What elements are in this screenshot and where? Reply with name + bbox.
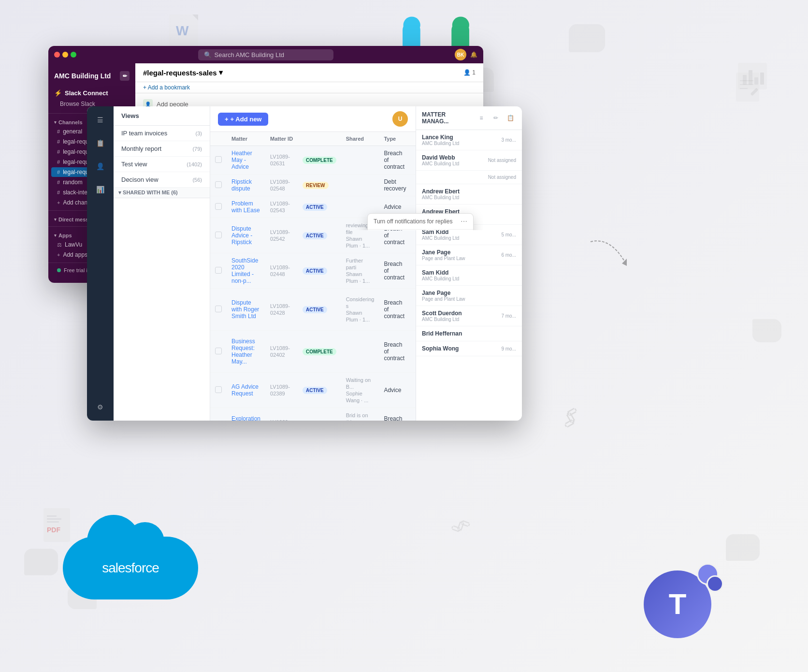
- lawvu-window: ☰ 📋 👤 📊 ⚙ Views IP team invoices (3) Mon…: [87, 106, 522, 421]
- contact-item[interactable]: Jane Page Page and Plant Law: [416, 286, 522, 306]
- deco-chat-right-2: [752, 319, 781, 342]
- salesforce-cloud: salesforce: [63, 537, 198, 614]
- th-assigned[interactable]: Assigned: [411, 132, 416, 146]
- user-avatar[interactable]: BK: [455, 49, 466, 60]
- contact-item[interactable]: Lance King AMC Building Ltd 3 mo...: [416, 130, 522, 150]
- maximize-button[interactable]: [71, 52, 76, 58]
- contact-item[interactable]: Andrew Ebert AMC Building Ltd: [416, 184, 522, 205]
- lawvu-user-avatar[interactable]: U: [392, 111, 408, 127]
- svg-rect-3: [47, 521, 59, 523]
- table-row[interactable]: Dispute with Roger Smith Ltd LV1089-0242…: [210, 289, 416, 331]
- edit-icon[interactable]: ✏: [120, 71, 130, 81]
- slack-connect-item[interactable]: ⚡ Slack Connect: [48, 87, 135, 100]
- th-shared[interactable]: Shared: [341, 132, 379, 146]
- contact-row: Brid Heffernan: [422, 330, 516, 337]
- contact-org: AMC Building Ltd: [422, 195, 460, 200]
- menu-mark-unread[interactable]: Mark unread U: [368, 230, 473, 230]
- add-label: + Add new: [231, 116, 262, 123]
- lawvu-nav-decision[interactable]: Decison view (56): [114, 172, 210, 188]
- workspace-header[interactable]: AMC Building Ltd ✏: [48, 67, 135, 85]
- title-bar: 🔍 Search AMC Building Ltd BK 🔔: [48, 46, 483, 63]
- lawvu-main: + + Add new U Matter Matter ID Shared Ty…: [210, 106, 416, 421]
- add-bookmark[interactable]: + Add a bookmark: [143, 84, 190, 91]
- table-row[interactable]: AG Advice Request LV1089-02389 ACTIVE Wa…: [210, 373, 416, 408]
- matter-name[interactable]: Business Request: Heather May...: [231, 338, 255, 365]
- matter-name[interactable]: Dispute Advice - Ripstick: [231, 225, 252, 246]
- row-checkbox[interactable]: [215, 267, 222, 274]
- table-row[interactable]: SouthSide 2020 Limited - non-p... LV1089…: [210, 253, 416, 289]
- matter-name[interactable]: Exploration license queried: [231, 415, 260, 421]
- bell-icon[interactable]: 🔔: [470, 51, 477, 58]
- matter-type: Breach of contract: [384, 415, 404, 421]
- contact-item[interactable]: Not assigned: [416, 171, 522, 184]
- contact-item[interactable]: Sam Kidd AMC Building Ltd: [416, 265, 522, 286]
- matter-name[interactable]: AG Advice Request: [231, 383, 259, 397]
- lawvu-sidebar-home[interactable]: ☰: [93, 112, 108, 128]
- th-matter[interactable]: Matter: [227, 132, 265, 146]
- panel-action-1[interactable]: ≡: [476, 112, 487, 124]
- contact-time: 3 mo...: [501, 137, 516, 143]
- contact-item[interactable]: Brid Heffernan: [416, 326, 522, 341]
- contact-name: Jane Page: [422, 290, 465, 296]
- add-new-button[interactable]: + + Add new: [218, 113, 268, 126]
- window-controls: [54, 52, 76, 58]
- row-checkbox[interactable]: [215, 386, 222, 393]
- dm-chevron: ▾: [54, 217, 57, 222]
- right-panel-header: MATTER MANAG... ≡ ✏ 📋: [416, 106, 522, 130]
- matter-type: Advice: [384, 204, 401, 210]
- contact-time: 7 mo...: [501, 313, 516, 319]
- table-row[interactable]: Ripstick dispute LV1089-02548 REVIEW Deb…: [210, 175, 416, 196]
- lawvu-table-container[interactable]: Matter Matter ID Shared Type Assigned He…: [210, 132, 416, 421]
- status-badge: COMPLETE: [303, 348, 336, 355]
- channel-name: random: [63, 179, 83, 186]
- status-badge: REVIEW: [303, 182, 328, 189]
- th-id[interactable]: Matter ID: [265, 132, 298, 146]
- table-row[interactable]: Business Request: Heather May... LV1089-…: [210, 331, 416, 373]
- context-menu: Turn off notifications for replies ⋯ Mar…: [367, 213, 474, 230]
- row-checkbox[interactable]: [215, 306, 222, 312]
- contact-org: AMC Building Ltd: [422, 235, 459, 241]
- contact-item[interactable]: Scott Duerdon AMC Building Ltd 7 mo...: [416, 306, 522, 326]
- matter-type: Breach of contract: [384, 341, 404, 362]
- shared-info: Considering sShawn Plum · 1...: [346, 296, 375, 322]
- channels-label: Channels: [58, 119, 83, 125]
- contact-item[interactable]: Jane Page Page and Plant Law 6 mo...: [416, 245, 522, 265]
- matter-name[interactable]: SouthSide 2020 Limited - non-p...: [231, 257, 258, 284]
- add-icon: +: [225, 116, 229, 123]
- row-checkbox[interactable]: [215, 181, 222, 188]
- lawvu-sidebar-contacts[interactable]: 👤: [93, 159, 108, 174]
- hash-icon: #: [57, 179, 60, 185]
- deco-clip-2: 🖇: [448, 513, 473, 539]
- matter-name[interactable]: Heather May - Advice: [231, 150, 252, 170]
- lawvu-sidebar-matters[interactable]: 📋: [93, 135, 108, 151]
- apps-label: Apps: [58, 233, 72, 238]
- contact-item[interactable]: Sophia Wong 9 mo...: [416, 341, 522, 356]
- matter-name[interactable]: Problem with LEase: [231, 200, 260, 214]
- minimize-button[interactable]: [62, 52, 68, 58]
- contact-name: David Webb: [422, 154, 459, 161]
- table-row[interactable]: Exploration license queried LV1089-02372…: [210, 408, 416, 421]
- slack-connect-label: Slack Connect: [65, 89, 108, 97]
- matter-id: LV1089-02389: [270, 384, 290, 396]
- lawvu-nav-monthly[interactable]: Monthly report (79): [114, 141, 210, 157]
- row-checkbox[interactable]: [215, 156, 222, 163]
- row-checkbox[interactable]: [215, 203, 222, 210]
- lawvu-sidebar-chart[interactable]: 📊: [93, 182, 108, 197]
- lawvu-nav-ip-team[interactable]: IP team invoices (3): [114, 126, 210, 141]
- matter-name[interactable]: Ripstick dispute: [231, 178, 252, 192]
- contact-item[interactable]: David Webb AMC Building Ltd Not assigned: [416, 150, 522, 171]
- panel-action-3[interactable]: 📋: [505, 112, 516, 124]
- lawvu-nav-test[interactable]: Test view (1402): [114, 157, 210, 172]
- panel-action-2[interactable]: ✏: [490, 112, 502, 124]
- table-row[interactable]: Heather May - Advice LV1089-02631 COMPLE…: [210, 146, 416, 175]
- row-checkbox[interactable]: [215, 348, 222, 354]
- context-menu-more[interactable]: ⋯: [461, 218, 467, 225]
- matter-name[interactable]: Dispute with Roger Smith Ltd: [231, 299, 259, 320]
- th-type[interactable]: Type: [379, 132, 411, 146]
- contact-status: Not assigned: [488, 175, 516, 180]
- row-checkbox[interactable]: [215, 232, 222, 238]
- search-bar[interactable]: 🔍 Search AMC Building Ltd: [198, 49, 333, 60]
- svg-marker-27: [622, 259, 627, 266]
- lawvu-sidebar-settings[interactable]: ⚙: [93, 399, 108, 415]
- close-button[interactable]: [54, 52, 60, 58]
